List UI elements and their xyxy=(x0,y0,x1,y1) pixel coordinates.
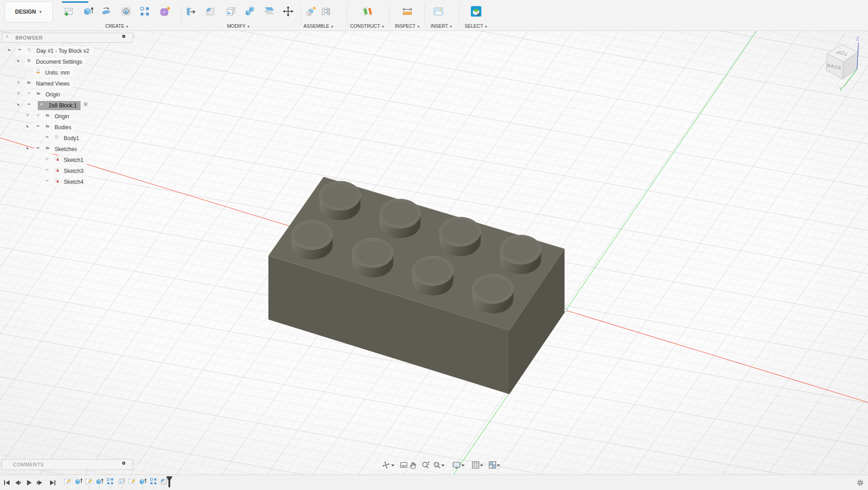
timeline-go-to-start-button[interactable] xyxy=(3,479,11,487)
timeline-position-marker[interactable] xyxy=(165,476,173,489)
browser-row-document-settings[interactable]: Document Settings xyxy=(16,57,86,67)
orbit-button[interactable] xyxy=(381,460,391,470)
browser-row-day-1-toy-block-v2[interactable]: Day #1 - Toy Block v2 xyxy=(7,46,93,56)
insert-image-button[interactable] xyxy=(431,3,446,20)
construction-plane-button[interactable] xyxy=(359,3,375,20)
tree-item-label[interactable]: Sketches xyxy=(55,146,77,152)
tree-item-label[interactable]: 2x8 Block:1 xyxy=(49,102,77,109)
shell-button[interactable] xyxy=(223,3,238,20)
tree-item-label[interactable]: Named Views xyxy=(36,81,70,87)
grid-and-snaps-dropdown-caret[interactable] xyxy=(479,463,484,468)
fit-dropdown-caret[interactable] xyxy=(441,463,445,468)
timeline-op-sketch[interactable] xyxy=(85,477,93,485)
comments-bar[interactable]: COMMENTS xyxy=(2,459,133,470)
look-at-button[interactable] xyxy=(399,460,408,470)
create-form-button[interactable] xyxy=(157,3,173,20)
visibility-eye-icon[interactable] xyxy=(45,157,52,164)
tree-item-label[interactable]: Origin xyxy=(46,91,60,98)
hole-button[interactable] xyxy=(118,3,134,20)
revolve-button[interactable] xyxy=(98,3,114,20)
browser-resize-grip[interactable] xyxy=(133,34,137,43)
new-component-button[interactable] xyxy=(303,3,319,20)
tree-item-label[interactable]: Units: mm xyxy=(45,70,70,76)
comments-resize-grip[interactable] xyxy=(133,461,137,470)
joint-button[interactable] xyxy=(318,3,334,20)
visibility-eye-icon[interactable] xyxy=(26,91,34,98)
timeline-go-to-end-button[interactable] xyxy=(48,479,56,487)
view-cube[interactable]: TOP BACK Z Y xyxy=(811,35,868,94)
toolbar-group-assemble[interactable]: ASSEMBLE ▼ xyxy=(304,23,334,29)
tree-item-label[interactable]: Body1 xyxy=(64,135,79,141)
timeline-op-shell[interactable] xyxy=(117,477,126,485)
timeline-op-extrude[interactable] xyxy=(95,477,103,485)
collapse-panel-icon[interactable] xyxy=(5,35,12,41)
timeline-op-extrude[interactable] xyxy=(138,477,147,485)
tree-expander-icon[interactable] xyxy=(16,80,24,87)
visibility-eye-icon[interactable] xyxy=(36,124,43,131)
toolbar-group-modify[interactable]: MODIFY ▼ xyxy=(227,23,250,29)
move-copy-button[interactable] xyxy=(280,3,296,20)
timeline-step-forward-button[interactable] xyxy=(36,479,44,487)
tree-item-label[interactable]: Origin xyxy=(55,113,69,120)
toolbar-group-select[interactable]: SELECT ▼ xyxy=(465,23,488,29)
workspace-switcher[interactable]: DESIGN ▼ xyxy=(5,1,53,22)
tree-item-label[interactable]: Sketch3 xyxy=(64,168,83,174)
display-settings-dropdown-caret[interactable] xyxy=(461,463,465,468)
tree-item-label[interactable]: Bodies xyxy=(55,124,71,131)
orbit-dropdown-caret[interactable] xyxy=(391,463,395,468)
timeline-op-sketch[interactable] xyxy=(128,477,136,485)
tree-expander-icon[interactable] xyxy=(7,47,15,55)
browser-row-origin[interactable]: Origin xyxy=(25,111,73,121)
press-pull-button[interactable] xyxy=(183,3,198,20)
toolbar-group-construct[interactable]: CONSTRUCT ▼ xyxy=(350,23,385,29)
rectangular-pattern-button[interactable] xyxy=(137,3,152,20)
browser-row-named-views[interactable]: Named Views xyxy=(16,79,73,89)
tree-item-label[interactable]: Sketch1 xyxy=(64,157,83,163)
viewports-dropdown-caret[interactable] xyxy=(496,463,501,468)
timeline-op-rectangular-pattern[interactable] xyxy=(149,477,157,485)
timeline-op-rectangular-pattern[interactable] xyxy=(106,477,114,485)
browser-row-2x8-block-1[interactable]: 2x8 Block:1 xyxy=(16,101,91,111)
viewport-canvas[interactable]: TOP BACK Z Y BROWSER Day #1 - Toy Block … xyxy=(0,31,868,475)
browser-row-sketch1[interactable]: Sketch1 xyxy=(35,155,87,165)
browser-row-body1[interactable]: Body1 xyxy=(35,133,83,143)
create-sketch-button[interactable] xyxy=(61,3,76,20)
visibility-eye-icon[interactable] xyxy=(45,167,52,175)
toolbar-group-create[interactable]: CREATE ▼ xyxy=(105,23,129,29)
fit-button[interactable] xyxy=(432,460,442,470)
visibility-eye-icon[interactable] xyxy=(45,135,52,142)
toolbar-group-inspect[interactable]: INSPECT ▼ xyxy=(395,23,420,29)
browser-row-sketch4[interactable]: Sketch4 xyxy=(35,177,87,187)
visibility-eye-icon[interactable] xyxy=(36,113,43,120)
visibility-eye-icon[interactable] xyxy=(17,47,25,55)
tree-item-label[interactable]: Day #1 - Toy Block v2 xyxy=(36,48,89,54)
visibility-eye-icon[interactable] xyxy=(26,102,34,109)
visibility-eye-icon[interactable] xyxy=(45,178,52,186)
tree-expander-icon[interactable] xyxy=(16,91,24,98)
tree-expander-icon[interactable] xyxy=(16,58,24,66)
split-body-button[interactable] xyxy=(261,3,277,20)
tree-expander-icon[interactable] xyxy=(25,124,33,131)
tree-item-label[interactable]: Document Settings xyxy=(36,59,82,65)
toolbar-group-insert[interactable]: INSERT ▼ xyxy=(431,23,452,29)
combine-button[interactable] xyxy=(242,3,258,20)
extrude-button[interactable] xyxy=(80,3,96,20)
measure-button[interactable] xyxy=(400,3,415,20)
timeline-op-sketch[interactable] xyxy=(63,477,71,485)
tree-item-label[interactable]: Sketch4 xyxy=(64,179,83,185)
grid-and-snaps-button[interactable] xyxy=(471,460,480,470)
tree-expander-icon[interactable] xyxy=(25,113,33,120)
select-button[interactable] xyxy=(468,3,484,20)
browser-row-sketches[interactable]: Sketches xyxy=(25,144,81,154)
timeline-op-extrude[interactable] xyxy=(74,477,82,485)
display-settings-button[interactable] xyxy=(452,460,461,470)
browser-row-bodies[interactable]: Bodies xyxy=(25,122,75,132)
component-activate-radio[interactable] xyxy=(83,102,91,109)
tree-expander-icon[interactable] xyxy=(16,102,24,109)
browser-row-sketch3[interactable]: Sketch3 xyxy=(35,166,87,176)
fillet-button[interactable] xyxy=(203,3,218,20)
viewports-button[interactable] xyxy=(488,460,497,470)
pan-button[interactable] xyxy=(409,460,418,470)
browser-row-origin[interactable]: Origin xyxy=(16,90,64,100)
tree-expander-icon[interactable] xyxy=(25,146,33,153)
